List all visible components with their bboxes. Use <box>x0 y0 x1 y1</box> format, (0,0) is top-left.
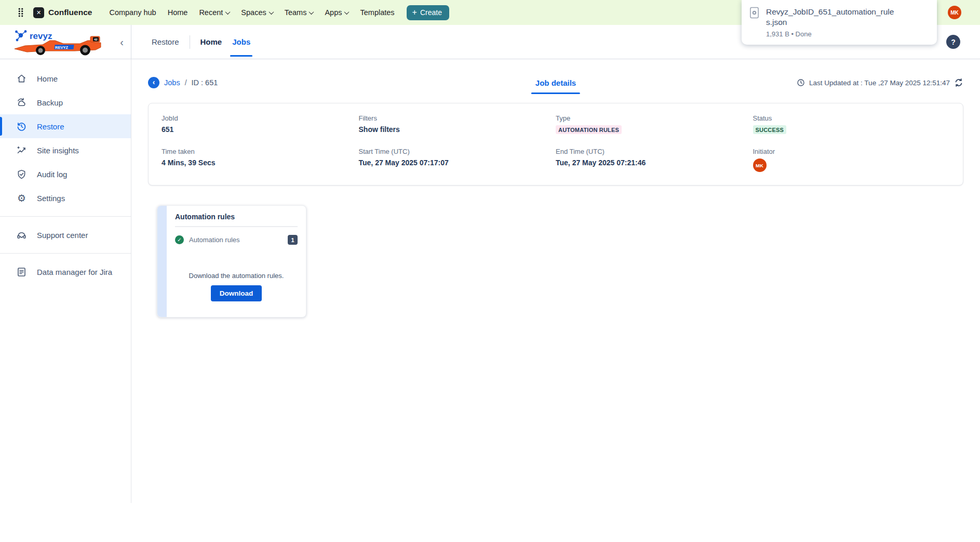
field-time-taken: Time taken 4 Mins, 39 Secs <box>162 148 359 172</box>
backup-cloud-icon <box>16 97 27 108</box>
body-row: Home Backup Restore <box>0 59 980 503</box>
download-filename: Revyz_JobID_651_automation_rules.json <box>766 7 900 28</box>
svg-text:42: 42 <box>94 38 98 41</box>
type-badge: AUTOMATION RULES <box>556 125 622 134</box>
sidebar-divider <box>0 253 131 254</box>
help-button[interactable]: ? <box>946 35 960 49</box>
audit-shield-icon <box>16 169 27 180</box>
nav-home[interactable]: Home <box>168 8 188 17</box>
chevron-down-icon <box>269 9 274 15</box>
field-type: Type AUTOMATION RULES <box>556 114 753 134</box>
breadcrumb-jobs-link[interactable]: Jobs <box>164 78 180 87</box>
download-notification[interactable]: Revyz_JobID_651_automation_rules.json 1,… <box>742 0 937 45</box>
clock-icon <box>797 78 805 87</box>
restore-clock-icon <box>16 121 27 132</box>
sidebar-item-restore[interactable]: Restore <box>0 114 131 138</box>
tab-job-details[interactable]: Job details <box>535 78 576 87</box>
job-details-card: JobId 651 Filters Show filters Type AUTO… <box>148 103 963 186</box>
breadcrumb-current: ID : 651 <box>192 78 218 87</box>
grid-dots-icon <box>16 7 26 18</box>
field-jobid: JobId 651 <box>162 114 359 134</box>
rule-row: ✓ Automation rules 1 <box>175 235 298 245</box>
sidebar-item-site-insights[interactable]: Site insights <box>0 138 131 162</box>
document-icon <box>16 267 27 277</box>
main-content: ‹ Jobs / ID : 651 Job details Last Updat… <box>131 59 980 503</box>
initiator-avatar: MK <box>753 158 767 172</box>
nav-teams[interactable]: Teams <box>285 8 314 17</box>
nav-company-hub[interactable]: Company hub <box>109 8 156 17</box>
sidebar-item-settings[interactable]: ⚙ Settings <box>0 186 131 210</box>
rule-row-label: Automation rules <box>189 236 283 244</box>
nav-templates[interactable]: Templates <box>360 8 394 17</box>
headset-icon <box>16 230 27 241</box>
sidebar-item-backup[interactable]: Backup <box>0 90 131 114</box>
card-accent-stripe <box>157 206 167 317</box>
last-updated-text: Last Updated at : Tue ,27 May 2025 12:51… <box>809 79 950 87</box>
success-check-icon: ✓ <box>175 235 184 244</box>
gear-icon: ⚙ <box>16 193 27 203</box>
sidebar-item-home[interactable]: Home <box>0 67 131 90</box>
module-nav-home[interactable]: Home <box>200 37 222 46</box>
show-filters-link[interactable]: Show filters <box>359 125 556 134</box>
field-initiator: Initiator MK <box>753 148 950 172</box>
user-avatar[interactable]: MK <box>948 6 961 19</box>
field-filters: Filters Show filters <box>359 114 556 134</box>
app-root: ✕ Confluence Company hub Home Recent Spa… <box>0 0 980 542</box>
field-status: Status SUCCESS <box>753 114 950 134</box>
download-button[interactable]: Download <box>211 285 262 301</box>
sidebar-item-support-center[interactable]: Support center <box>0 223 131 247</box>
module-nav: Restore Home Jobs <box>131 25 250 59</box>
breadcrumb-separator: / <box>185 78 187 87</box>
sidebar-item-data-manager-jira[interactable]: Data manager for Jira <box>0 260 131 284</box>
chevron-down-icon <box>225 9 231 15</box>
card-title: Automation rules <box>175 213 298 227</box>
nav-spaces[interactable]: Spaces <box>241 8 273 17</box>
svg-text:revyz: revyz <box>30 31 52 41</box>
module-nav-restore[interactable]: Restore <box>152 37 179 46</box>
download-size-status: 1,931 B • Done <box>766 30 900 38</box>
svg-text:REVYZ: REVYZ <box>55 45 68 49</box>
revyz-logo: revyz 42 REVYZ <box>14 29 107 56</box>
file-icon <box>749 7 759 19</box>
home-icon <box>16 73 27 84</box>
download-info: Revyz_JobID_651_automation_rules.json 1,… <box>766 7 900 38</box>
last-updated: Last Updated at : Tue ,27 May 2025 12:51… <box>797 78 963 87</box>
app-switcher-icon[interactable] <box>13 5 29 20</box>
sidebar-collapse-button[interactable]: ‹ <box>118 36 126 48</box>
insights-chart-icon <box>16 145 27 156</box>
sidebar-divider <box>0 216 131 217</box>
sidebar-item-audit-log[interactable]: Audit log <box>0 162 131 186</box>
field-start-time: Start Time (UTC) Tue, 27 May 2025 07:17:… <box>359 148 556 172</box>
create-button[interactable]: + Create <box>407 5 449 20</box>
nav-recent[interactable]: Recent <box>199 8 230 17</box>
confluence-logo-icon[interactable]: ✕ <box>33 7 44 18</box>
nav-apps[interactable]: Apps <box>325 8 348 17</box>
breadcrumb: ‹ Jobs / ID : 651 <box>148 77 218 88</box>
back-button[interactable]: ‹ <box>148 77 159 88</box>
nav-divider <box>190 35 190 49</box>
rule-count-badge: 1 <box>288 235 298 245</box>
refresh-button[interactable] <box>954 78 963 87</box>
app-title[interactable]: Confluence <box>48 8 92 17</box>
top-nav: Company hub Home Recent Spaces Teams App… <box>103 8 400 17</box>
card-body: Automation rules ✓ Automation rules 1 Do… <box>167 206 306 317</box>
download-hint: Download the automation rules. <box>175 272 298 280</box>
field-end-time: End Time (UTC) Tue, 27 May 2025 07:21:46 <box>556 148 753 172</box>
automation-rules-card: Automation rules ✓ Automation rules 1 Do… <box>157 205 306 318</box>
chevron-down-icon <box>344 9 350 15</box>
plus-icon: + <box>412 8 417 17</box>
brand-zone: revyz 42 REVYZ ‹ <box>0 25 131 59</box>
page-head: ‹ Jobs / ID : 651 Job details Last Updat… <box>148 76 963 89</box>
refresh-icon <box>954 78 963 87</box>
chevron-down-icon <box>309 9 314 15</box>
module-nav-jobs[interactable]: Jobs <box>232 37 250 46</box>
sidebar: Home Backup Restore <box>0 59 131 503</box>
status-badge: SUCCESS <box>753 125 787 134</box>
